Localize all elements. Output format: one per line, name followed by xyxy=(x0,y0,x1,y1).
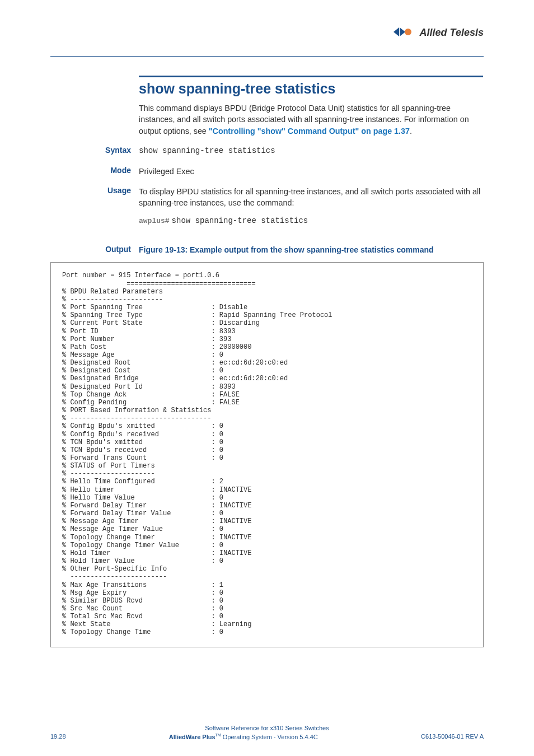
page-footer: Software Reference for x310 Series Switc… xyxy=(0,725,534,740)
terminal-output-box: Port number = 915 Interface = port1.0.6 … xyxy=(50,262,484,647)
usage-label: Usage xyxy=(0,186,139,209)
cli-command: show spanning-tree statistics xyxy=(172,216,308,225)
footer-page-number: 19.28 xyxy=(50,733,66,740)
footer-center: AlliedWare PlusTM Operating System - Ver… xyxy=(66,733,421,740)
svg-marker-1 xyxy=(400,27,405,36)
footer-tm: TM xyxy=(216,733,221,737)
footer-center-suffix: Operating System - Version 5.4.4C xyxy=(221,734,318,740)
syntax-label: Syntax xyxy=(0,146,139,157)
usage-text: To display BPDU statistics for all spann… xyxy=(139,186,534,209)
section-rule xyxy=(139,76,483,77)
intro-paragraph: This command displays BPDU (Bridge Proto… xyxy=(139,102,484,137)
mode-value: Privileged Exec xyxy=(139,166,534,177)
output-label: Output xyxy=(0,245,139,256)
intro-link[interactable]: "Controlling "show" Command Output" on p… xyxy=(209,127,410,136)
brand-text: Allied Telesis xyxy=(420,27,484,38)
intro-suffix: . xyxy=(410,127,412,136)
syntax-value: show spanning-tree statistics xyxy=(139,146,534,157)
svg-marker-0 xyxy=(394,27,399,36)
logo-mark-icon xyxy=(394,27,417,39)
cli-prompt: awplus# xyxy=(139,217,170,225)
footer-line1: Software Reference for x310 Series Switc… xyxy=(50,725,484,731)
footer-center-prefix: AlliedWare Plus xyxy=(169,734,216,740)
mode-label: Mode xyxy=(0,166,139,177)
spacer xyxy=(0,214,139,227)
brand-logo: Allied Telesis xyxy=(394,27,484,39)
svg-point-2 xyxy=(405,29,411,35)
command-title: show spanning-tree statistics xyxy=(139,81,534,97)
figure-caption: Figure 19-13: Example output from the sh… xyxy=(139,245,534,256)
terminal-output: Port number = 915 Interface = port1.0.6 … xyxy=(62,272,472,636)
footer-rev: C613-50046-01 REV A xyxy=(421,733,484,740)
